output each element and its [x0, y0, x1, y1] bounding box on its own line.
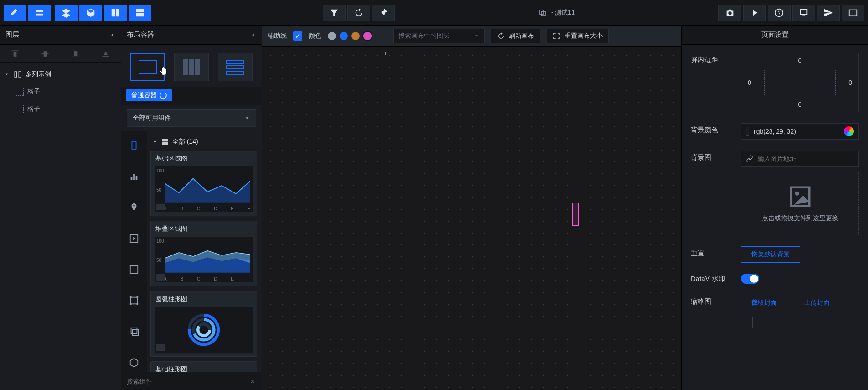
svg-rect-33: [130, 303, 132, 305]
collapse-lib-icon[interactable]: [250, 32, 256, 38]
svg-text:?: ?: [778, 10, 781, 16]
layer-child-item[interactable]: 格子: [0, 100, 121, 118]
layer-child-item[interactable]: 格子: [0, 83, 121, 100]
mobile-tag-icon: [156, 204, 165, 210]
image-icon: [788, 184, 812, 209]
upload-cover-button[interactable]: 上传封面: [794, 295, 840, 311]
reset-bg-button[interactable]: 恢复默认背景: [741, 246, 800, 263]
color-dot-pink[interactable]: [363, 32, 372, 40]
help-button[interactable]: ?: [768, 5, 790, 21]
component-card-basic-area[interactable]: 基础区域图 100 50 ABCDEF: [150, 151, 257, 216]
link-icon: [746, 155, 753, 162]
layer-panel-title: 图层: [5, 31, 19, 39]
bgimg-url-input[interactable]: [758, 155, 854, 162]
fullscreen-button[interactable]: [842, 5, 864, 21]
layer-child-label: 格子: [27, 105, 40, 113]
close-icon[interactable]: [249, 378, 256, 385]
bgcolor-input[interactable]: [754, 128, 839, 135]
layer-child-label: 格子: [27, 88, 40, 96]
svg-text:T: T: [132, 267, 135, 273]
mobile-tag-icon: [156, 344, 165, 351]
bgcolor-label: 背景颜色: [691, 123, 732, 135]
svg-rect-25: [133, 174, 135, 180]
bgimg-dropzone[interactable]: 点击或拖拽文件到这里更换: [741, 172, 859, 235]
svg-rect-32: [137, 296, 139, 298]
layer-root-item[interactable]: 多列示例: [0, 66, 121, 83]
settings-panel: 页面设置 屏内边距 0 0 0 0 背景颜色: [681, 26, 868, 390]
canvas-stage[interactable]: [262, 47, 681, 390]
filter-button[interactable]: [323, 5, 346, 21]
svg-rect-12: [849, 10, 857, 16]
color-dot-blue[interactable]: [340, 32, 348, 40]
expand-icon: [553, 32, 561, 40]
edit-mode-button[interactable]: [4, 5, 26, 21]
guide-checkbox[interactable]: ✓: [293, 31, 302, 41]
component-search-input[interactable]: [127, 378, 249, 385]
component-group-header[interactable]: 全部 (14): [150, 136, 257, 151]
thumbnail-label: 缩略图: [691, 295, 732, 306]
bgimg-url-row[interactable]: [741, 151, 859, 167]
refresh-button[interactable]: [347, 5, 370, 21]
svg-marker-42: [165, 257, 250, 272]
color-dot-grey[interactable]: [328, 32, 336, 40]
category-play-icon[interactable]: [125, 230, 143, 247]
container-columns-card[interactable]: [174, 53, 209, 81]
layer-mode-button[interactable]: [28, 5, 51, 21]
category-frame-icon[interactable]: [125, 292, 143, 309]
component-filter-dropdown[interactable]: 全部可用组件: [127, 109, 256, 127]
category-3d-icon[interactable]: [125, 354, 143, 371]
color-picker-icon[interactable]: [844, 126, 854, 136]
refresh-canvas-button[interactable]: 刷新画布: [491, 29, 540, 43]
layer-panel: 图层 多列示例 格子 格子: [0, 26, 121, 390]
device-button[interactable]: [792, 5, 815, 21]
split-vertical-button[interactable]: [104, 5, 127, 21]
align-bottom-icon[interactable]: [68, 47, 83, 60]
component-card-arc-bar[interactable]: 圆弧柱形图: [150, 291, 257, 357]
container-rows-card[interactable]: [218, 53, 253, 81]
selection-marker[interactable]: [572, 203, 579, 226]
collapse-left-icon[interactable]: [109, 32, 115, 38]
watermark-label: DataV 水印: [691, 275, 732, 283]
svg-rect-24: [131, 177, 133, 180]
layers-button[interactable]: [55, 5, 78, 21]
publish-button[interactable]: [817, 5, 840, 21]
align-middle-icon[interactable]: [37, 47, 53, 60]
layout-slot[interactable]: [326, 55, 444, 132]
camera-button[interactable]: [718, 5, 741, 21]
category-mobile-icon[interactable]: [125, 137, 143, 154]
pin-button[interactable]: [372, 5, 395, 21]
category-map-icon[interactable]: [125, 199, 143, 216]
play-button[interactable]: [743, 5, 766, 21]
svg-rect-31: [130, 296, 132, 298]
svg-rect-14: [14, 52, 17, 56]
svg-rect-2: [112, 9, 115, 16]
color-label: 颜色: [309, 32, 321, 40]
guide-label: 辅助线: [268, 32, 287, 40]
category-text-icon[interactable]: T: [125, 261, 143, 278]
svg-rect-10: [801, 9, 807, 14]
cube-button[interactable]: [79, 5, 102, 21]
svg-point-51: [795, 192, 799, 196]
layout-slot[interactable]: [454, 55, 572, 132]
svg-rect-4: [136, 9, 144, 12]
padding-editor[interactable]: 0 0 0 0: [741, 53, 859, 112]
canvas-layer-search[interactable]: 搜索画布中的图层: [393, 29, 485, 43]
category-bar-icon[interactable]: [125, 168, 143, 185]
canvas-panel: 辅助线 ✓ 颜色 搜索画布中的图层 刷新画布 重置画布大小: [262, 26, 681, 390]
top-toolbar: - 测试11 ?: [0, 0, 868, 26]
bgcolor-input-row[interactable]: [741, 123, 859, 140]
component-search[interactable]: [121, 372, 262, 390]
svg-rect-19: [102, 56, 109, 57]
container-single-card[interactable]: [130, 53, 165, 81]
category-stack-icon[interactable]: [125, 323, 143, 340]
refresh-icon: [160, 92, 167, 99]
align-baseline-icon[interactable]: [98, 47, 114, 60]
reset-canvas-button[interactable]: 重置画布大小: [547, 29, 609, 43]
capture-cover-button[interactable]: 截取封面: [741, 295, 787, 311]
align-top-icon[interactable]: [7, 47, 23, 60]
component-card-stacked-area[interactable]: 堆叠区域图 100 50 ABCDEF: [150, 221, 257, 286]
color-dot-orange[interactable]: [351, 32, 360, 40]
watermark-toggle[interactable]: [741, 274, 759, 284]
refresh-icon: [497, 32, 505, 40]
split-horizontal-button[interactable]: [129, 5, 151, 21]
